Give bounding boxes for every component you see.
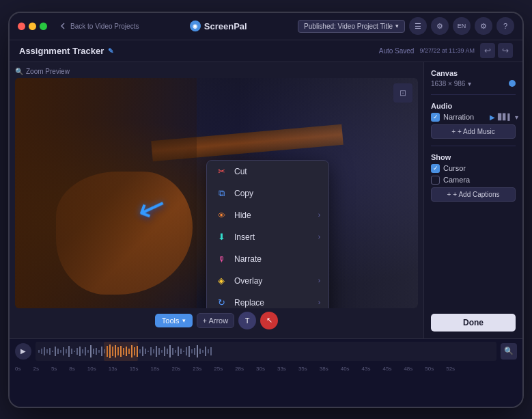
list-icon-button[interactable]: ☰ (409, 17, 427, 35)
audio-section-title: Audio (431, 102, 516, 110)
cut-icon: ✂ (215, 165, 227, 178)
svg-rect-16 (82, 349, 83, 353)
svg-rect-61 (205, 347, 206, 356)
video-preview: ↙ ⊡ ✂ Cut ⧉ Copy 👁 (15, 78, 418, 308)
ruler-mark: 13s (109, 366, 117, 372)
timeline-highlight-segment (104, 342, 138, 361)
svg-rect-48 (169, 345, 171, 357)
svg-rect-58 (197, 345, 198, 357)
narration-checkbox[interactable]: ✓ (431, 113, 440, 122)
main-area: 🔍 Zoom Preview ↙ ⊡ ✂ (10, 62, 522, 338)
menu-item-narrate[interactable]: 🎙 Narrate (207, 248, 328, 270)
svg-rect-6 (55, 347, 56, 356)
svg-rect-20 (93, 349, 94, 354)
svg-rect-41 (150, 347, 152, 355)
timeline-area: ▶ const bars = []; for(let i=0;i<140;i++… (10, 338, 522, 407)
add-captions-button[interactable]: + + Add Captions (431, 187, 516, 202)
audio-section: Audio ✓ Narration ▶ ▊▋▌ ▾ + + Add Music (431, 102, 516, 139)
ruler-mark: 35s (298, 366, 307, 372)
ruler-mark: 20s (171, 366, 180, 372)
narration-label: Narration (443, 113, 474, 121)
svg-rect-38 (142, 347, 143, 356)
settings-icon-button[interactable]: ⚙ (431, 17, 449, 35)
svg-rect-8 (60, 350, 61, 353)
svg-rect-43 (156, 346, 157, 357)
ruler-mark: 50s (425, 366, 434, 372)
audio-menu-icon[interactable]: ▾ (515, 113, 518, 121)
ruler-mark: 10s (87, 366, 96, 372)
add-music-button[interactable]: + + Add Music (431, 124, 516, 139)
camera-checkbox[interactable] (431, 176, 440, 185)
context-menu: ✂ Cut ⧉ Copy 👁 Hide › ⬇ Insert (206, 160, 329, 308)
tools-button[interactable]: Tools ▾ (155, 314, 193, 327)
svg-rect-62 (208, 349, 209, 353)
camera-icon: ⊡ (400, 88, 406, 98)
ruler-mark: 38s (320, 366, 328, 372)
minimize-traffic-light[interactable] (29, 23, 36, 30)
canvas-color-indicator[interactable] (509, 80, 516, 87)
back-button[interactable]: Back to Video Projects (59, 22, 139, 30)
camera-row: Camera (431, 176, 516, 185)
text-button[interactable]: T (238, 312, 256, 329)
menu-item-cut[interactable]: ✂ Cut (207, 161, 328, 183)
menu-item-replace[interactable]: ↻ Replace › (207, 292, 328, 308)
canvas-size-chevron-icon: ▾ (468, 80, 471, 87)
svg-rect-14 (76, 348, 78, 355)
audio-level-icon: ▊▋▌ (498, 113, 512, 120)
hide-arrow-icon: › (318, 211, 320, 219)
svg-rect-59 (199, 349, 201, 354)
ruler-mark: 30s (256, 366, 265, 372)
svg-rect-11 (68, 346, 70, 357)
svg-rect-3 (46, 349, 48, 353)
svg-rect-2 (44, 347, 45, 355)
done-button[interactable]: Done (431, 314, 516, 332)
cursor-checkbox[interactable]: ✓ (431, 164, 440, 173)
ruler-mark: 15s (130, 366, 139, 372)
menu-item-insert[interactable]: ⬇ Insert › (207, 226, 328, 248)
insert-icon: ⬇ (215, 231, 227, 243)
replace-icon: ↻ (215, 297, 227, 308)
cursor-row: ✓ Cursor (431, 164, 516, 173)
language-button[interactable]: EN (453, 17, 471, 35)
right-panel: Canvas 1638 × 986 ▾ Audio ✓ Narration ▶ … (423, 62, 522, 338)
timeline-tracks[interactable]: const bars = []; for(let i=0;i<140;i++){… (36, 342, 496, 361)
svg-rect-39 (145, 349, 146, 354)
maximize-traffic-light[interactable] (40, 23, 47, 30)
screenpal-logo: ◉ ScreenPal (190, 21, 247, 31)
undo-button[interactable]: ↩ (480, 43, 495, 58)
arrow-button[interactable]: + Arrow (197, 313, 235, 328)
timeline-controls: ▶ const bars = []; for(let i=0;i<140;i++… (10, 339, 522, 364)
svg-rect-21 (96, 348, 97, 355)
show-section-title: Show (431, 153, 516, 161)
canvas-section-title: Canvas (431, 69, 516, 77)
canvas-size: 1638 × 986 ▾ (431, 80, 516, 87)
svg-rect-56 (191, 349, 193, 353)
cursor-tool-button[interactable]: ↖ (260, 312, 278, 329)
settings-icon: ⚙ (436, 22, 443, 31)
svg-rect-46 (164, 347, 165, 356)
arrow-label: + Arrow (203, 316, 229, 325)
redo-button[interactable]: ↪ (498, 43, 513, 58)
screen-capture-button[interactable]: ⊡ (393, 83, 412, 103)
svg-rect-60 (202, 350, 204, 353)
ruler-mark: 5s (51, 366, 57, 372)
menu-item-copy[interactable]: ⧉ Copy (207, 183, 328, 204)
menu-item-overlay[interactable]: ◈ Overlay › (207, 270, 328, 292)
edit-icon[interactable]: ✎ (108, 47, 113, 55)
titlebar-center: ◉ ScreenPal (144, 21, 292, 31)
autosave-area: Auto Saved 9/27/22 at 11:39 AM ↩ ↪ (379, 43, 513, 58)
ruler-mark: 33s (277, 366, 286, 372)
close-traffic-light[interactable] (18, 23, 25, 30)
overlay-icon: ◈ (215, 275, 227, 287)
svg-rect-19 (90, 345, 92, 357)
add-captions-icon: + (447, 191, 451, 198)
divider-1 (431, 94, 516, 95)
published-button[interactable]: Published: Video Project Title ▾ (298, 20, 405, 33)
play-button[interactable]: ▶ (15, 343, 31, 360)
svg-rect-7 (57, 349, 59, 354)
help-icon-button[interactable]: ? (496, 17, 514, 35)
svg-rect-22 (98, 350, 100, 353)
gear-icon-button[interactable]: ⚙ (475, 17, 492, 35)
menu-item-hide[interactable]: 👁 Hide › (207, 204, 328, 226)
timeline-search-button[interactable]: 🔍 (501, 343, 517, 360)
